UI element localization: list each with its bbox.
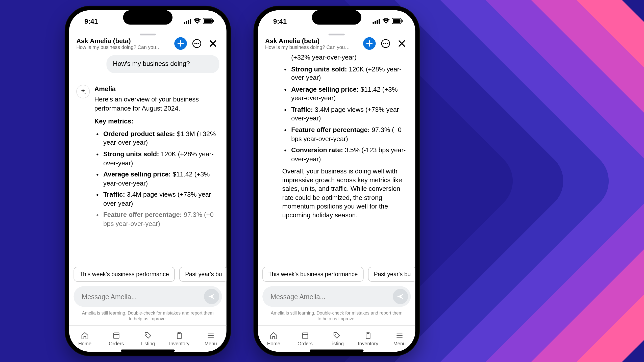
more-button[interactable] (379, 37, 392, 50)
tab-home[interactable]: Home (258, 326, 289, 352)
header-subtitle: How is my business doing? Can you… (76, 44, 171, 50)
send-icon (397, 293, 404, 300)
composer[interactable] (74, 286, 222, 307)
phone-mockup-1: 9:41 Ask Amelia (beta) How is my busines… (65, 6, 231, 356)
svg-point-17 (196, 43, 197, 44)
svg-rect-25 (375, 21, 376, 23)
new-chat-button[interactable] (174, 37, 187, 50)
tab-bar: Home Orders Listing Inventory (258, 325, 415, 352)
close-button[interactable] (207, 37, 219, 50)
suggestion-chip[interactable]: Past year's bu (179, 267, 227, 282)
wifi-icon (194, 18, 201, 24)
metrics-heading: Key metrics: (94, 117, 219, 126)
svg-rect-11 (190, 19, 191, 24)
phone-mockup-2: 9:41 Ask Amelia (beta) How is my busines… (254, 6, 420, 356)
sheet-grabber[interactable] (140, 34, 156, 35)
dynamic-island (312, 10, 361, 25)
svg-rect-14 (213, 20, 214, 22)
tab-bar: Home Orders Listing Inventory (69, 325, 227, 352)
tab-inventory[interactable]: Inventory (352, 326, 384, 352)
clipboard-icon (175, 331, 183, 339)
send-button[interactable] (204, 289, 219, 304)
sheet-header: Ask Amelia (beta) How is my business doi… (258, 36, 415, 54)
more-icon (192, 39, 202, 48)
tab-listing[interactable]: Listing (321, 326, 353, 352)
home-icon (270, 331, 278, 339)
metric-item: Conversion rate: 3.5% (-123 bps year-ove… (291, 146, 408, 164)
assistant-intro: Here's an overview of your business perf… (94, 95, 219, 113)
metric-item: Traffic: 3.4M page views (+73% year-over… (103, 191, 219, 208)
cellular-icon (184, 19, 191, 24)
composer[interactable] (262, 286, 411, 307)
svg-point-21 (146, 333, 147, 334)
tab-orders[interactable]: Orders (289, 326, 321, 352)
disclaimer: Amelia is still learning. Double-check f… (258, 309, 415, 325)
status-time: 9:41 (273, 17, 287, 25)
svg-point-32 (383, 43, 384, 44)
chat-scroll-area[interactable]: (+32% year-over-year) Strong units sold:… (258, 53, 415, 264)
header-title: Ask Amelia (beta) (265, 37, 360, 44)
status-icons (373, 18, 403, 24)
tab-orders[interactable]: Orders (101, 326, 132, 352)
chat-scroll-area[interactable]: How's my business doing? Amelia Here's a… (69, 53, 227, 264)
home-icon (81, 331, 89, 339)
orders-icon (112, 331, 120, 339)
menu-icon (395, 331, 404, 339)
close-button[interactable] (395, 37, 408, 50)
new-chat-button[interactable] (363, 37, 376, 50)
tab-home[interactable]: Home (69, 326, 101, 352)
metric-item: Strong units sold: 120K (+28% year-over-… (291, 65, 408, 83)
plus-icon (178, 40, 184, 47)
tab-menu[interactable]: Menu (384, 326, 415, 352)
message-input[interactable] (270, 292, 389, 301)
svg-point-36 (335, 333, 336, 334)
more-button[interactable] (190, 37, 203, 50)
orders-icon (301, 331, 309, 339)
svg-rect-35 (303, 333, 308, 338)
battery-icon (203, 18, 214, 24)
sheet-header: Ask Amelia (beta) How is my business doi… (69, 36, 227, 54)
message-input[interactable] (81, 292, 200, 301)
metric-tail: (+32% year-over-year) (282, 53, 408, 62)
suggestion-chip[interactable]: This week's business performance (74, 267, 175, 282)
svg-rect-9 (186, 21, 187, 23)
disclaimer: Amelia is still learning. Double-check f… (69, 309, 227, 325)
metric-item: Strong units sold: 120K (+28% year-over-… (103, 150, 219, 168)
svg-rect-10 (188, 20, 189, 23)
svg-rect-24 (373, 22, 374, 23)
dynamic-island (123, 10, 172, 25)
metric-item: Ordered product sales: $1.3M (+32% year-… (103, 130, 219, 147)
assistant-summary: Overall, your business is doing well wit… (282, 167, 408, 220)
send-icon (208, 293, 215, 300)
header-subtitle: How is my business doing? Can you… (265, 44, 360, 50)
svg-point-33 (385, 43, 386, 44)
metric-item: Feature offer percentage: 97.3% (+0 bps … (103, 211, 219, 228)
metric-item: Average selling price: $11.42 (+3% year-… (103, 170, 219, 188)
cellular-icon (373, 19, 380, 24)
tab-menu[interactable]: Menu (195, 326, 227, 352)
tab-listing[interactable]: Listing (132, 326, 164, 352)
sheet-grabber[interactable] (329, 34, 345, 35)
svg-rect-8 (184, 22, 185, 23)
header-title: Ask Amelia (beta) (76, 37, 171, 44)
assistant-name: Amelia (94, 85, 219, 93)
battery-icon (392, 18, 403, 24)
metrics-list: Strong units sold: 120K (+28% year-over-… (282, 65, 408, 164)
wifi-icon (382, 18, 389, 24)
suggestion-row[interactable]: This week's business performance Past ye… (69, 264, 227, 283)
tag-icon (144, 331, 152, 339)
sparkle-icon (80, 88, 86, 95)
more-icon (381, 39, 390, 48)
svg-rect-30 (402, 20, 403, 22)
svg-rect-29 (393, 19, 400, 23)
svg-point-16 (194, 43, 196, 44)
suggestion-chip[interactable]: This week's business performance (262, 267, 364, 282)
tag-icon (333, 331, 341, 339)
suggestion-chip[interactable]: Past year's bu (368, 267, 415, 282)
send-button[interactable] (393, 289, 408, 304)
metrics-list: Ordered product sales: $1.3M (+32% year-… (94, 130, 219, 228)
suggestion-row[interactable]: This week's business performance Past ye… (258, 264, 415, 283)
metric-item: Traffic: 3.4M page views (+73% year-over… (291, 106, 408, 123)
promo-backdrop: 9:41 Ask Amelia (beta) How is my busines… (0, 0, 644, 362)
tab-inventory[interactable]: Inventory (164, 326, 195, 352)
